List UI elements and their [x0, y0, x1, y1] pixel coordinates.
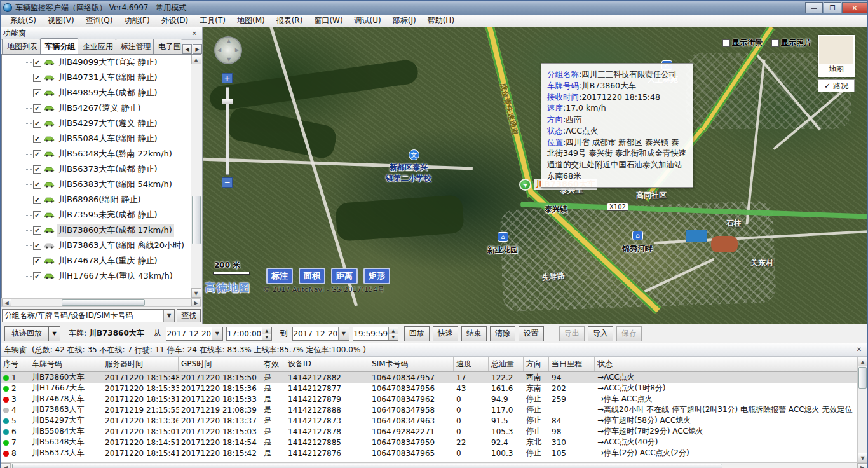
playback-button-导入[interactable]: 导入 [588, 326, 613, 341]
scroll-thumb[interactable] [12, 464, 722, 468]
vehicle-checkbox[interactable]: ✔ [33, 272, 41, 280]
minimize-button[interactable]: — [805, 2, 823, 13]
scroll-right-icon[interactable]: ▶ [857, 463, 867, 468]
from-time-spinner[interactable]: 17:00:00 ▲▼ [226, 327, 272, 341]
chevron-down-icon[interactable]: ▼ [338, 327, 349, 340]
scroll-left-icon[interactable]: ◀ [2, 299, 11, 306]
vehicle-checkbox[interactable]: ✔ [33, 74, 41, 82]
table-row[interactable]: 7川B56348大车20171220 18:14:5120171220 18:1… [1, 437, 867, 448]
vehicle-checkbox[interactable]: ✔ [33, 120, 41, 128]
vehicle-marker[interactable]: ➤ [519, 179, 531, 191]
menu-item-W[interactable]: 窗口(W) [308, 14, 348, 27]
trajectory-playback-button[interactable]: 轨迹回放 [4, 326, 49, 341]
vehicle-checkbox[interactable]: ✔ [33, 242, 41, 250]
column-header-有效[interactable]: 有效 [261, 357, 285, 371]
table-row[interactable]: 6川B55084大车20171220 18:15:0120171220 18:1… [1, 426, 867, 437]
street-view-checkbox[interactable]: 显示街景 [722, 38, 763, 48]
zoom-slider-track[interactable] [226, 87, 229, 175]
map-canvas[interactable]: ▲▼ ◀▶ + − 显示街景 显示照片 地图 [203, 27, 867, 324]
map-tool-button-面积[interactable]: 面积 [299, 268, 325, 284]
tab-0[interactable]: 地图列表 [2, 39, 41, 54]
menu-item-H[interactable]: 帮助(H) [422, 14, 460, 27]
tree-horizontal-scrollbar[interactable]: ◀ ▶ [1, 298, 201, 307]
scroll-right-icon[interactable]: ▶ [191, 299, 201, 306]
tree-vehicle-item[interactable]: ✔川B73860大车(成都 17km/h) [2, 223, 201, 238]
scroll-thumb[interactable] [62, 299, 145, 306]
tree-vehicle-item[interactable]: ✔川H17667大车(重庆 43km/h) [2, 268, 201, 284]
checkbox-icon[interactable] [771, 39, 779, 47]
column-header-SIM卡号码[interactable]: SIM卡号码 [369, 357, 454, 371]
table-row[interactable]: 5川B54297大车20171220 18:13:3620171220 18:1… [1, 415, 867, 426]
column-header-方向[interactable]: 方向 [524, 357, 549, 371]
vehicle-checkbox[interactable]: ✔ [33, 59, 41, 67]
panel-close-icon[interactable]: ✕ [854, 345, 864, 354]
spin-down-icon[interactable]: ▼ [262, 334, 271, 340]
tree-vehicle-item[interactable]: ✔川B54267(遵义 静止) [2, 100, 201, 116]
spin-up-icon[interactable]: ▲ [389, 327, 398, 334]
table-row[interactable]: 3川B74678大车20171220 18:15:3120171220 18:1… [1, 394, 867, 404]
table-row[interactable]: 8川B56373大车20171220 18:15:4120171220 18:1… [1, 448, 867, 458]
menu-item-F[interactable]: 功能(F) [118, 14, 155, 27]
vehicle-checkbox[interactable]: ✔ [33, 257, 41, 265]
playback-button-快速[interactable]: 快速 [433, 326, 458, 341]
chevron-down-icon[interactable]: ▼ [49, 326, 60, 341]
chevron-down-icon[interactable]: ▼ [212, 327, 222, 340]
menu-item-S[interactable]: 系统(S) [4, 14, 42, 27]
from-date-picker[interactable]: 2017-12-20 ▼ [166, 327, 223, 341]
map-pan-control[interactable]: ▲▼ ◀▶ [214, 36, 242, 64]
menu-item-J[interactable]: 部标(J) [387, 14, 422, 27]
zoom-in-button[interactable]: + [222, 73, 233, 83]
tree-vehicle-item[interactable]: ✔川B55084大车(绵阳 静止) [2, 131, 201, 146]
table-row[interactable]: 2川H17667大车20171220 18:15:3320171220 18:1… [1, 383, 867, 394]
menu-item-Q[interactable]: 查询(Q) [80, 14, 119, 27]
tab-4[interactable]: 电子围 [153, 39, 182, 54]
tree-vehicle-item[interactable]: ✔川B73595未完(成都 静止) [2, 207, 201, 223]
vehicle-checkbox[interactable]: ✔ [33, 89, 41, 97]
to-time-spinner[interactable]: 19:59:59 ▲▼ [353, 327, 398, 341]
menu-item-D[interactable]: 外设(D) [156, 14, 194, 27]
column-header-速度[interactable]: 速度 [454, 357, 489, 371]
tree-vehicle-item[interactable]: ✔川B49859大车(成都 静止) [2, 85, 201, 100]
vehicle-checkbox[interactable]: ✔ [33, 135, 41, 143]
table-row[interactable]: 1川B73860大车20171220 18:15:4820171220 18:1… [1, 372, 867, 383]
column-header-服务器时间[interactable]: 服务器时间 [102, 357, 179, 371]
menu-item-T[interactable]: 工具(T) [194, 14, 231, 27]
column-header-状态[interactable]: 状态 [595, 357, 855, 371]
scroll-down-icon[interactable]: ▼ [858, 453, 867, 462]
column-header-设备ID[interactable]: 设备ID [285, 357, 369, 371]
menu-item-U[interactable]: 调试(U) [349, 14, 387, 27]
vehicle-checkbox[interactable]: ✔ [33, 181, 41, 189]
table-vertical-scrollbar[interactable]: ▲ ▼ [857, 357, 867, 462]
tree-vehicle-item[interactable]: ✔川B54297大车(遵义 静止) [2, 116, 201, 131]
scroll-thumb[interactable] [858, 367, 867, 389]
table-row[interactable]: 4川B73863大车20171219 21:15:5520171219 21:0… [1, 404, 867, 415]
tree-vertical-scrollbar[interactable]: ▲ ▼ [191, 55, 201, 298]
column-header-总油量[interactable]: 总油量 [489, 357, 524, 371]
scroll-up-icon[interactable]: ▲ [858, 357, 867, 366]
tree-vehicle-item[interactable]: ✔川B49099大车(宜宾 静止) [2, 55, 201, 70]
scroll-left-icon[interactable]: ◀ [1, 463, 11, 468]
vehicle-checkbox[interactable]: ✔ [33, 196, 41, 204]
zoom-slider-handle[interactable] [222, 99, 233, 104]
tree-vehicle-item[interactable]: ✔川B74678大车(重庆 静止) [2, 253, 201, 268]
playback-button-结束[interactable]: 结束 [461, 326, 487, 341]
vehicle-checkbox[interactable]: ✔ [33, 165, 41, 174]
search-button[interactable]: 查找 [177, 309, 201, 322]
tree-vehicle-item[interactable]: ✔川B68986(绵阳 静止) [2, 192, 201, 207]
vehicle-checkbox[interactable]: ✔ [33, 211, 41, 219]
close-button[interactable]: ✕ [842, 2, 867, 13]
tree-vehicle-item[interactable]: ✔川B56348大车(黔南 22km/h) [2, 146, 201, 162]
map-tool-button-矩形[interactable]: 矩形 [363, 268, 390, 284]
tree-vehicle-item[interactable]: ✔川B56373大车(成都 静止) [2, 162, 201, 177]
scroll-up-icon[interactable]: ▲ [191, 55, 201, 64]
column-header-车牌号码[interactable]: 车牌号码 [29, 357, 102, 371]
vehicle-checkbox[interactable]: ✔ [33, 150, 41, 158]
search-input[interactable]: 分组名称/车牌号码/设备ID/SIM卡号码 [3, 310, 163, 321]
to-date-picker[interactable]: 2017-12-20 ▼ [292, 327, 349, 341]
scroll-down-icon[interactable]: ▼ [191, 288, 201, 298]
column-header-GPS时间[interactable]: GPS时间 [179, 357, 261, 371]
vehicle-checkbox[interactable]: ✔ [33, 104, 41, 113]
menu-item-V[interactable]: 视图(V) [42, 14, 80, 27]
spin-down-icon[interactable]: ▼ [389, 334, 398, 340]
table-horizontal-scrollbar[interactable]: ◀ ▶ [1, 462, 867, 468]
